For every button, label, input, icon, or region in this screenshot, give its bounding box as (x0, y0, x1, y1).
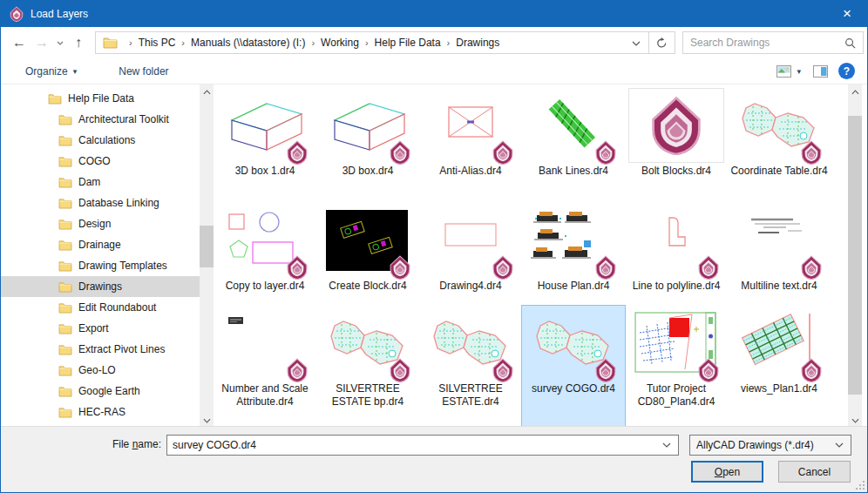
view-mode-button[interactable]: ▾ (775, 65, 803, 78)
sidebar-item-drawings[interactable]: Drawings (1, 276, 200, 297)
close-button[interactable]: × (827, 1, 867, 27)
breadcrumb-item[interactable]: Working (321, 37, 359, 49)
help-button[interactable]: ? (838, 63, 855, 79)
file-type-select[interactable]: AllyCAD Drawings (*.dr4) (689, 435, 851, 456)
scroll-up-icon[interactable] (848, 84, 862, 99)
file-item-survey-cogo-dr4[interactable]: survey COGO.dr4 (522, 306, 625, 440)
file-type-value: AllyCAD Drawings (*.dr4) (690, 439, 828, 451)
sidebar-item-extract-pivot-lines[interactable]: Extract Pivot Lines (1, 339, 200, 360)
sidebar-item-drainage[interactable]: Drainage (1, 234, 200, 255)
mapblob-thumbnail (526, 306, 621, 381)
breadcrumb-item[interactable]: Manuals (\\datastore) (I:) (191, 37, 305, 49)
breadcrumb-item[interactable]: Drawings (456, 37, 499, 49)
refresh-button[interactable] (649, 31, 675, 54)
forward-button[interactable]: → (31, 31, 53, 54)
address-dropdown-chevron-icon[interactable] (624, 37, 648, 49)
shapes-thumbnail (217, 203, 313, 278)
file-name-label: Bank Lines.dr4 (539, 165, 608, 178)
sidebar-scrollbar[interactable] (200, 84, 214, 428)
scroll-up-icon[interactable] (200, 84, 214, 99)
back-button[interactable]: ← (8, 31, 31, 54)
folder-icon (58, 323, 72, 334)
file-grid-scrollbar[interactable] (848, 84, 862, 428)
blackblocks-thumbnail (320, 203, 416, 278)
breadcrumb-separator-icon: › (441, 37, 457, 48)
file-name-combobox[interactable] (166, 435, 679, 456)
file-name-label: survey COGO.dr4 (532, 382, 615, 395)
folder-icon (103, 37, 118, 49)
sidebar-item-geo-lo[interactable]: Geo-LO (1, 360, 200, 381)
breadcrumb-separator-icon: › (175, 37, 191, 48)
sidebar-item-edit-roundabout[interactable]: Edit Roundabout (1, 297, 200, 318)
search-box[interactable] (682, 31, 864, 54)
up-button[interactable]: ↑ (67, 31, 90, 54)
resize-grip[interactable] (855, 480, 865, 490)
title-bar[interactable]: Load Layers × (1, 1, 867, 27)
file-item-bank-lines-dr4[interactable]: Bank Lines.dr4 (522, 88, 625, 203)
allycad-badge-icon (595, 255, 616, 280)
navigation-bar: ← → ↑ ›This PC›Manuals (\\datastore) (I:… (1, 27, 867, 58)
allycad-badge-icon (390, 358, 410, 382)
allycad-badge-icon (595, 358, 616, 382)
file-item-line-to-polyline-dr4[interactable]: Line to polyline.dr4 (625, 203, 728, 306)
file-item-copy-to-layer-dr4[interactable]: Copy to layer.dr4 (214, 203, 316, 306)
file-item-bolt-blocks-dr4[interactable]: Bolt Blocks.dr4 (625, 88, 728, 203)
file-item-number-and-scale-attribute-dr4[interactable]: Number and Scale Attribute.dr4 (214, 306, 316, 440)
breadcrumb-item[interactable]: This PC (139, 37, 176, 49)
sidebar-item-dam[interactable]: Dam (1, 172, 200, 192)
allycad-badge-icon (595, 140, 616, 165)
file-item-tutor-project-cd80-plan4-dr4[interactable]: Tutor Project CD80_Plan4.dr4 (625, 306, 728, 440)
file-item-silvertree-estate-dr4[interactable]: SILVERTREE ESTATE.dr4 (419, 306, 522, 440)
breadcrumb-separator-icon: › (359, 37, 375, 48)
view-mode-dropdown-icon: ▾ (797, 67, 801, 76)
sidebar-item-drawing-templates[interactable]: Drawing Templates (1, 255, 200, 276)
file-item-multiline-text-dr4[interactable]: Multiline text.dr4 (728, 203, 831, 306)
file-name-input[interactable] (167, 439, 655, 451)
scrollbar-thumb[interactable] (200, 226, 214, 267)
sidebar-item-label: Drawings (78, 280, 122, 293)
file-name-label: File name: (1, 438, 161, 450)
mapblob-thumbnail (320, 306, 416, 381)
file-name-label: Line to polyline.dr4 (633, 280, 721, 293)
streetmap-thumbnail (731, 306, 827, 381)
sidebar-item-design[interactable]: Design (1, 213, 200, 234)
file-name-label: Coordinate Table.dr4 (730, 165, 827, 178)
sidebar-item-calculations[interactable]: Calculations (1, 130, 200, 151)
organize-button[interactable]: Organize ▾ (17, 58, 85, 84)
preview-pane-button[interactable] (811, 65, 830, 78)
search-input[interactable] (690, 37, 844, 49)
sidebar-item-label: Help File Data (68, 92, 134, 105)
open-button[interactable]: Open (691, 461, 763, 483)
hatch-thumbnail (526, 88, 621, 163)
sidebar-item-architectural-toolkit[interactable]: Architectural Toolkit (1, 109, 200, 130)
sidebar-item-export[interactable]: Export (1, 318, 200, 339)
textlines-thumbnail (731, 203, 827, 278)
file-item-anti-alias-dr4[interactable]: Anti-Alias.dr4 (419, 88, 522, 203)
sidebar-item-label: COGO (78, 155, 111, 167)
file-item-house-plan-dr4[interactable]: House Plan.dr4 (522, 203, 625, 306)
file-name-label: SILVERTREE ESTATE.dr4 (422, 382, 519, 409)
breadcrumb-item[interactable]: Help File Data (375, 37, 441, 49)
file-item-views-plan1-dr4[interactable]: views_Plan1.dr4 (728, 306, 831, 440)
sidebar-item-google-earth[interactable]: Google Earth (1, 381, 200, 402)
scrollbar-thumb[interactable] (848, 116, 862, 395)
sidebar-item-database-linking[interactable]: Database Linking (1, 192, 200, 213)
address-bar[interactable]: ›This PC›Manuals (\\datastore) (I:)›Work… (95, 31, 649, 54)
history-chevron-icon[interactable] (53, 31, 67, 54)
sidebar-item-hec-ras[interactable]: HEC-RAS (1, 402, 200, 422)
new-folder-button[interactable]: New folder (110, 58, 177, 84)
cancel-button[interactable]: Cancel (778, 461, 851, 483)
allycad-badge-icon (287, 140, 308, 165)
file-item-coordinate-table-dr4[interactable]: Coordinate Table.dr4 (728, 88, 831, 203)
sidebar-item-cogo[interactable]: COGO (1, 151, 200, 172)
file-item-3d-box-1-dr4[interactable]: 3D box 1.dr4 (214, 88, 316, 203)
file-item-3d-box-dr4[interactable]: 3D box.dr4 (316, 88, 419, 203)
file-item-silvertree-estate-bp-dr4[interactable]: SILVERTREE ESTATE bp.dr4 (316, 306, 419, 440)
file-item-drawing4-dr4[interactable]: Drawing4.dr4 (419, 203, 522, 306)
sidebar-item-help-file-data[interactable]: Help File Data (1, 88, 200, 109)
file-item-create-block-dr4[interactable]: Create Block.dr4 (316, 203, 419, 306)
file-name-dropdown-icon[interactable] (655, 442, 678, 448)
sidebar-item-label: Geo-LO (78, 364, 116, 376)
box3d-thumbnail (320, 88, 416, 163)
folder-icon (58, 135, 72, 146)
